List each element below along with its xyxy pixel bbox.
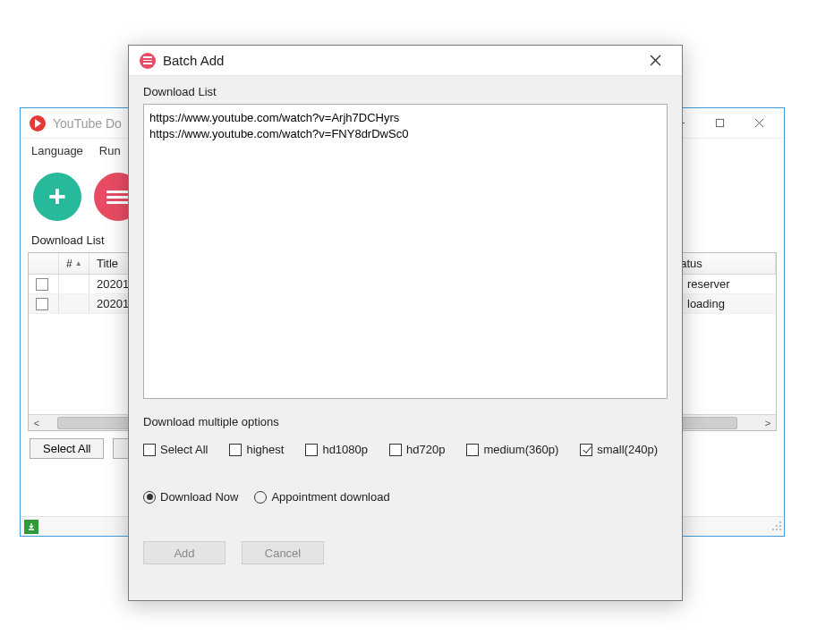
- row-status: loading: [687, 297, 725, 310]
- option-hd720p[interactable]: hd720p: [389, 443, 445, 456]
- option-small[interactable]: small(240p): [580, 443, 658, 456]
- batch-icon: [140, 53, 156, 69]
- scroll-left-icon[interactable]: <: [29, 418, 45, 428]
- scroll-right-icon[interactable]: >: [760, 418, 776, 428]
- row-checkbox[interactable]: [36, 298, 48, 310]
- col-number[interactable]: #▲: [59, 253, 89, 274]
- svg-point-7: [779, 525, 781, 527]
- row-status: reserver: [687, 277, 730, 291]
- row-checkbox[interactable]: [36, 278, 48, 291]
- batch-add-dialog: Batch Add Download List Download multipl…: [128, 45, 683, 601]
- download-indicator-icon: [24, 520, 38, 534]
- dialog-close-button[interactable]: [635, 48, 675, 73]
- option-select-all[interactable]: Select All: [143, 443, 208, 456]
- radio-download-now[interactable]: Download Now: [143, 490, 238, 504]
- download-list-label: Download List: [143, 85, 668, 98]
- checkbox-icon: [580, 444, 592, 456]
- add-button[interactable]: Add: [143, 541, 226, 564]
- window-maximize-button[interactable]: [700, 111, 739, 136]
- option-hd1080p[interactable]: hd1080p: [305, 443, 368, 456]
- select-all-button[interactable]: Select All: [30, 438, 104, 459]
- window-close-button[interactable]: [739, 111, 779, 136]
- partial-button[interactable]: [113, 438, 129, 459]
- menu-language[interactable]: Language: [31, 144, 83, 157]
- radio-icon: [254, 491, 267, 504]
- option-medium[interactable]: medium(360p): [466, 443, 558, 456]
- add-button[interactable]: +: [33, 173, 81, 221]
- checkbox-icon: [389, 444, 402, 456]
- svg-point-8: [772, 529, 774, 530]
- cancel-button[interactable]: Cancel: [242, 541, 324, 564]
- resize-grip-icon[interactable]: [770, 519, 782, 534]
- svg-point-9: [776, 529, 778, 530]
- sort-caret-icon: ▲: [75, 259, 82, 267]
- svg-rect-1: [716, 119, 723, 126]
- radio-icon: [143, 491, 156, 504]
- dialog-title: Batch Add: [163, 53, 224, 68]
- svg-point-10: [779, 529, 781, 530]
- svg-point-6: [776, 525, 778, 527]
- radio-appointment[interactable]: Appointment download: [254, 490, 389, 504]
- url-textarea[interactable]: [143, 104, 668, 399]
- plus-icon: +: [48, 181, 66, 211]
- checkbox-icon: [466, 444, 479, 456]
- options-label: Download multiple options: [143, 415, 668, 428]
- checkbox-icon: [229, 444, 242, 456]
- menu-run[interactable]: Run: [99, 144, 121, 157]
- svg-point-5: [779, 521, 781, 523]
- list-icon: [106, 188, 130, 207]
- dialog-titlebar: Batch Add: [129, 46, 682, 76]
- checkbox-icon: [305, 444, 318, 456]
- app-icon: [30, 115, 46, 131]
- checkbox-icon: [143, 444, 156, 456]
- option-highest[interactable]: highest: [229, 443, 284, 456]
- main-title: YouTube Do: [53, 116, 122, 131]
